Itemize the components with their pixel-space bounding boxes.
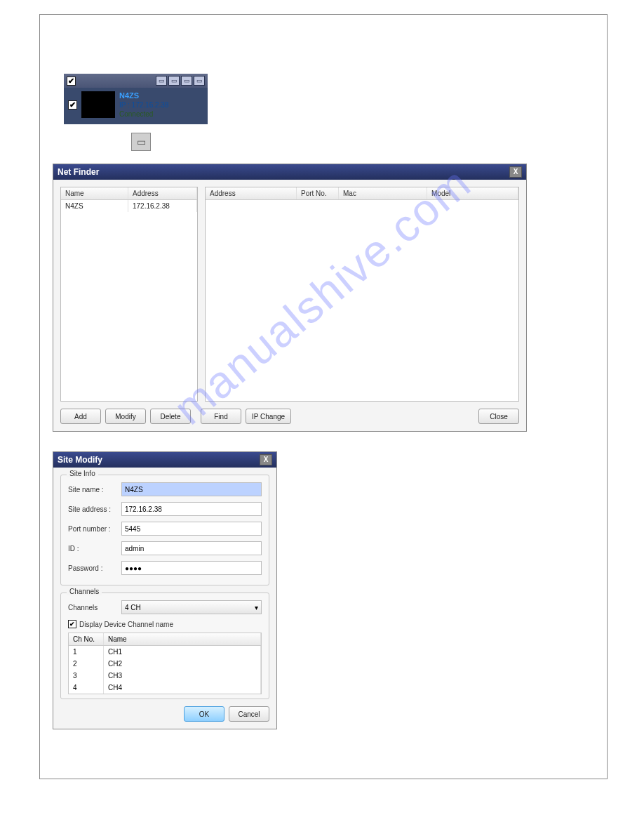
password-input[interactable] [121, 561, 262, 575]
ch-name: CH2 [104, 658, 261, 670]
device-text: N4ZS IP : 172.16.2.38 Connected [119, 91, 168, 119]
channels-legend: Channels [67, 588, 102, 595]
id-input[interactable] [121, 541, 262, 555]
ch-no: 3 [69, 670, 104, 682]
siteaddress-label: Site address : [68, 505, 117, 513]
ch-no: 2 [69, 658, 104, 670]
sitename-label: Site name : [68, 486, 117, 494]
toolbar-icon-1[interactable]: ▭ [156, 76, 167, 86]
ch-name: CH4 [104, 682, 261, 694]
table-row[interactable]: 3 CH3 [69, 670, 261, 682]
list-item[interactable]: N4ZS 172.16.2.38 [61, 200, 197, 212]
toolbar-icon-4[interactable]: ▭ [194, 76, 205, 86]
col-port: Port No. [297, 187, 339, 199]
table-row[interactable]: 1 CH1 [69, 646, 261, 658]
sitemodify-titlebar: Site Modify X [53, 452, 276, 468]
channels-value: 4 CH [125, 604, 141, 611]
channel-table-header: Ch No. Name [69, 633, 261, 646]
ch-no: 1 [69, 646, 104, 658]
channels-label: Channels [68, 604, 117, 611]
siteinfo-fieldset: Site Info Site name : Site address : Por… [60, 475, 269, 585]
ipchange-button[interactable]: IP Change [246, 409, 291, 424]
channels-fieldset: Channels Channels 4 CH ▾ ✔ Display Devic… [60, 593, 269, 699]
page-frame: ✔ ▭ ▭ ▭ ▭ ✔ N4ZS IP : 172.16.2.38 Connec… [39, 14, 608, 779]
portnumber-label: Port number : [68, 525, 117, 533]
table-row[interactable]: 2 CH2 [69, 658, 261, 670]
ch-name: CH3 [104, 670, 261, 682]
table-row[interactable]: 4 CH4 [69, 682, 261, 694]
col-address: Address [206, 187, 297, 199]
display-channel-checkbox[interactable]: ✔ [68, 620, 76, 628]
display-channel-label: Display Device Channel name [79, 621, 173, 628]
siteinfo-legend: Site Info [67, 470, 98, 477]
row-address: 172.16.2.38 [128, 200, 197, 212]
col-mac: Mac [339, 187, 427, 199]
sitemodify-window: Site Modify X Site Info Site name : Site… [53, 451, 277, 729]
device-list-header: Address Port No. Mac Model [206, 187, 518, 200]
device-panel: ✔ ▭ ▭ ▭ ▭ ✔ N4ZS IP : 172.16.2.38 Connec… [64, 74, 208, 124]
sitename-input[interactable] [121, 482, 262, 496]
col-model: Model [427, 187, 518, 199]
device-list-panel: Address Port No. Mac Model [205, 187, 519, 402]
row-name: N4ZS [61, 200, 128, 212]
device-status: Connected [119, 110, 168, 119]
cancel-button[interactable]: Cancel [229, 706, 269, 722]
delete-button[interactable]: Delete [150, 409, 191, 424]
ok-button[interactable]: OK [184, 706, 224, 722]
netfinder-titlebar: Net Finder X [53, 164, 526, 180]
chevron-down-icon: ▾ [255, 604, 258, 611]
netfinder-title: Net Finder [58, 167, 99, 177]
site-list-header: Name Address [61, 187, 197, 200]
device-checkbox[interactable]: ✔ [68, 100, 77, 110]
close-button[interactable]: Close [478, 409, 519, 424]
device-row[interactable]: ✔ N4ZS IP : 172.16.2.38 Connected [64, 88, 208, 124]
modify-button[interactable]: Modify [105, 409, 146, 424]
ch-name: CH1 [104, 646, 261, 658]
col-chname: Name [104, 633, 261, 645]
id-label: ID : [68, 545, 117, 552]
toolbar-icon-2[interactable]: ▭ [168, 76, 180, 86]
col-chno: Ch No. [69, 633, 104, 645]
ch-no: 4 [69, 682, 104, 694]
col-address: Address [128, 187, 197, 199]
col-name: Name [61, 187, 128, 199]
sitemodify-title: Site Modify [58, 455, 102, 465]
device-thumbnail [81, 91, 115, 118]
device-ip: IP : 172.16.2.38 [119, 100, 168, 110]
select-all-checkbox[interactable]: ✔ [67, 77, 76, 86]
close-icon[interactable]: X [260, 454, 272, 465]
channels-select[interactable]: 4 CH ▾ [121, 600, 262, 614]
device-panel-header: ✔ ▭ ▭ ▭ ▭ [64, 74, 208, 88]
siteaddress-input[interactable] [121, 502, 262, 516]
channel-table: Ch No. Name 1 CH1 2 CH2 3 CH3 [68, 633, 262, 694]
netfinder-window: Net Finder X Name Address N4ZS 172.16.2.… [53, 164, 527, 432]
portnumber-input[interactable] [121, 522, 262, 536]
toolbar-icon-3[interactable]: ▭ [181, 76, 192, 86]
site-list-panel: Name Address N4ZS 172.16.2.38 [60, 187, 198, 402]
upload-icon[interactable]: ▭ [131, 133, 151, 151]
close-icon[interactable]: X [509, 166, 522, 178]
device-name: N4ZS [119, 91, 168, 100]
password-label: Password : [68, 564, 117, 572]
find-button[interactable]: Find [201, 409, 241, 424]
add-button[interactable]: Add [60, 409, 101, 424]
